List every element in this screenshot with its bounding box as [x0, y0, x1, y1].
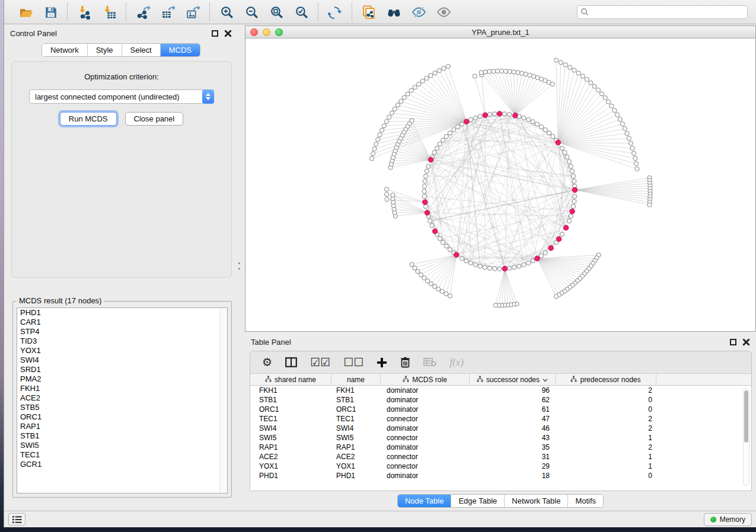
graph-node[interactable] — [435, 146, 439, 150]
graph-node[interactable] — [452, 127, 456, 132]
mcds-result-item[interactable]: STB5 — [17, 403, 227, 412]
mcds-result-item[interactable]: GCR1 — [17, 460, 227, 469]
graph-node[interactable] — [560, 146, 564, 150]
zoom-in-icon[interactable] — [218, 4, 235, 20]
graph-node[interactable] — [547, 131, 551, 135]
mcds-result-item[interactable]: ORC1 — [17, 412, 227, 422]
graph-leaf-node[interactable] — [473, 74, 477, 78]
column-header-MCDS-role[interactable]: MCDS role — [381, 374, 470, 385]
cell-successor-nodes[interactable]: 29 — [470, 462, 556, 470]
graph-node[interactable] — [539, 254, 543, 258]
graph-leaf-node[interactable] — [625, 132, 629, 136]
table-scrollbar[interactable] — [743, 388, 749, 486]
column-header-predecessor-nodes[interactable]: predecessor nodes — [556, 374, 656, 385]
cell-name[interactable]: TEC1 — [331, 415, 381, 423]
graph-leaf-node[interactable] — [413, 266, 417, 270]
graph-node[interactable] — [493, 112, 497, 116]
graph-node[interactable] — [569, 214, 573, 218]
cell-successor-nodes[interactable]: 47 — [470, 415, 556, 423]
mcds-result-item[interactable]: ACE2 — [17, 393, 227, 403]
graph-leaf-node[interactable] — [631, 151, 636, 155]
graph-leaf-node[interactable] — [647, 203, 652, 207]
graph-node[interactable] — [531, 259, 535, 263]
mcds-result-item[interactable]: PHD1 — [17, 308, 227, 318]
save-session-icon[interactable] — [42, 4, 59, 20]
cell-successor-nodes[interactable]: 35 — [470, 443, 556, 451]
graph-node[interactable] — [460, 257, 464, 261]
graph-leaf-node[interactable] — [516, 70, 520, 75]
cell-name[interactable]: YOX1 — [331, 462, 381, 470]
cell-predecessor-nodes[interactable]: 0 — [556, 472, 656, 480]
select-all-icon[interactable]: ☑☑ — [310, 355, 330, 370]
import-table-file-icon[interactable] — [101, 4, 117, 20]
graph-node[interactable] — [422, 194, 426, 198]
deselect-all-icon[interactable]: ☐☐ — [343, 355, 363, 370]
graph-leaf-node[interactable] — [610, 104, 614, 108]
graph-leaf-node[interactable] — [599, 92, 604, 96]
graph-node[interactable] — [527, 261, 531, 265]
export-image-icon[interactable] — [184, 4, 201, 20]
cell-name[interactable]: RAP1 — [331, 443, 381, 451]
graph-mcds-node[interactable] — [502, 266, 508, 271]
graph-mcds-node[interactable] — [572, 187, 578, 193]
graph-leaf-node[interactable] — [503, 69, 508, 73]
export-table-icon[interactable] — [160, 4, 176, 20]
mcds-result-list[interactable]: PHD1CAR1STP4TID3YOX1SWI4SRD1PMA2FKH1ACE2… — [17, 307, 228, 493]
table-row[interactable]: FKH1FKH1dominator962 — [250, 386, 751, 395]
graph-node[interactable] — [423, 174, 428, 178]
graph-mcds-node[interactable] — [556, 140, 561, 145]
graph-mcds-node[interactable] — [513, 113, 518, 118]
cell-name[interactable]: SWI5 — [331, 434, 381, 442]
graph-node[interactable] — [569, 164, 573, 168]
column-header-name[interactable]: name — [331, 374, 381, 385]
graph-node[interactable] — [478, 114, 482, 118]
graph-leaf-node[interactable] — [437, 69, 441, 73]
graph-node[interactable] — [527, 117, 531, 121]
float-panel-icon[interactable] — [212, 30, 218, 37]
tab-mcds[interactable]: MCDS — [160, 44, 200, 56]
fit-selected-icon[interactable] — [293, 4, 310, 20]
cell-successor-nodes[interactable]: 96 — [470, 386, 556, 395]
graph-node[interactable] — [573, 194, 577, 198]
result-list-scrollbar[interactable] — [219, 308, 227, 493]
open-file-icon[interactable] — [17, 4, 34, 20]
graph-node[interactable] — [543, 251, 547, 255]
graph-leaf-node[interactable] — [395, 103, 400, 107]
graph-leaf-node[interactable] — [413, 85, 417, 89]
graph-node[interactable] — [444, 134, 448, 139]
graph-leaf-node[interactable] — [417, 82, 421, 86]
graph-node[interactable] — [460, 122, 464, 126]
graph-mcds-node[interactable] — [432, 229, 438, 234]
graph-node[interactable] — [512, 265, 516, 270]
graph-leaf-node[interactable] — [420, 79, 425, 83]
mcds-result-item[interactable]: RAP1 — [17, 422, 227, 431]
mcds-result-item[interactable]: TID3 — [17, 336, 227, 346]
graph-node[interactable] — [438, 236, 442, 241]
graph-node[interactable] — [543, 127, 547, 132]
close-panel-icon[interactable] — [224, 30, 232, 37]
cell-MCDS-role[interactable]: dominator — [381, 472, 470, 480]
graph-mcds-node[interactable] — [464, 119, 470, 124]
mcds-result-item[interactable]: FKH1 — [17, 384, 227, 393]
graph-node[interactable] — [539, 124, 543, 129]
network-view-titlebar[interactable]: YPA_prune.txt_1 — [245, 26, 755, 39]
cell-MCDS-role[interactable]: connector — [381, 415, 470, 423]
graph-node[interactable] — [487, 266, 492, 270]
column-header-shared-name[interactable]: shared name — [250, 374, 331, 385]
network-canvas[interactable] — [245, 39, 755, 331]
search-input[interactable] — [577, 5, 748, 19]
graph-mcds-node[interactable] — [570, 209, 575, 214]
graph-node[interactable] — [441, 138, 445, 142]
graph-leaf-node[interactable] — [409, 88, 413, 92]
graph-leaf-node[interactable] — [442, 66, 446, 70]
cell-name[interactable]: ACE2 — [331, 453, 381, 461]
graph-leaf-node[interactable] — [550, 82, 554, 86]
show-graphics-details-icon[interactable] — [435, 4, 452, 20]
reload-network-icon[interactable] — [327, 4, 343, 20]
graph-leaf-node[interactable] — [371, 152, 375, 156]
mcds-result-item[interactable]: SWI5 — [17, 441, 227, 450]
graph-leaf-node[interactable] — [384, 119, 388, 123]
graph-node[interactable] — [428, 219, 432, 223]
tab-network-table[interactable]: Network Table — [504, 495, 567, 507]
cell-predecessor-nodes[interactable]: 2 — [556, 415, 656, 423]
